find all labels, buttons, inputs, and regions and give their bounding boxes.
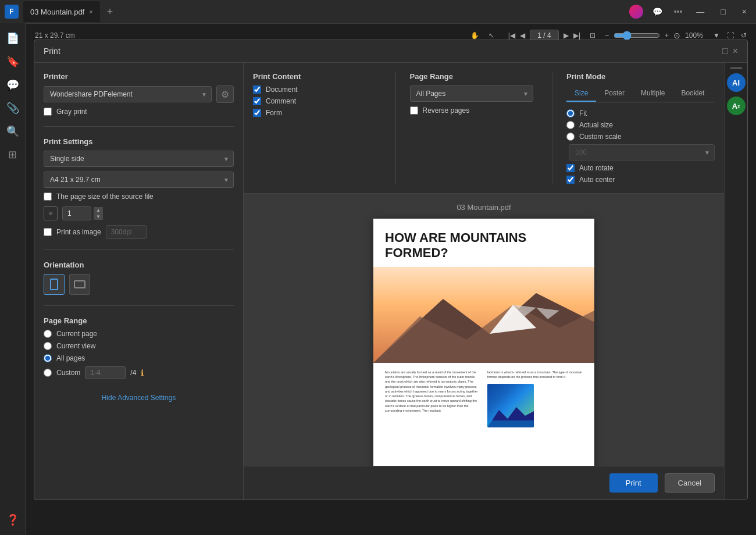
print-as-image-row: Print as image (44, 225, 234, 239)
landscape-button[interactable] (69, 274, 90, 295)
sidebar-icon-document[interactable]: 📄 (2, 28, 23, 49)
app-body: 📄 🔖 💬 📎 🔍 ⊞ ❓ Print □ × (0, 23, 756, 535)
actual-size-radio[interactable] (566, 121, 575, 129)
reverse-pages-checkbox[interactable] (410, 106, 418, 115)
custom-scale-row[interactable]: Custom scale (566, 133, 715, 141)
fit-page-icon[interactable]: ⊡ (590, 31, 595, 40)
print-as-image-checkbox[interactable] (44, 228, 52, 236)
sidebar-icon-bookmarks[interactable]: 🔖 (2, 51, 23, 72)
custom-range-input[interactable] (85, 366, 126, 379)
scale-dropdown-wrap: 100 ▼ (569, 144, 715, 160)
current-view-radio[interactable] (44, 342, 52, 350)
prev-page-nav-icon[interactable]: ◀ (520, 31, 525, 40)
user-avatar[interactable] (629, 5, 643, 19)
custom-range-radio[interactable] (44, 369, 52, 377)
tab-multiple[interactable]: Multiple (633, 85, 673, 102)
fit-radio[interactable] (566, 109, 575, 117)
zoom-dropdown-icon[interactable]: ▼ (713, 31, 720, 40)
gray-print-label: Gray print (56, 108, 87, 116)
first-page-nav-icon[interactable]: |◀ (508, 31, 515, 40)
all-pages-row[interactable]: All pages (44, 354, 234, 362)
last-page-nav-icon[interactable]: ▶| (573, 31, 580, 40)
hand-tool-icon[interactable]: ✋ (470, 31, 479, 40)
zoom-out-icon[interactable]: − (605, 31, 609, 40)
paper-size-dropdown[interactable]: A4 21 x 29.7 cm A3 Letter (44, 172, 234, 188)
hide-advanced-button[interactable]: Hide Advanced Settings (102, 394, 176, 402)
printer-settings-button[interactable]: ⚙ (216, 85, 234, 103)
app-logo: F (5, 5, 19, 19)
select-tool-icon[interactable]: ↖ (488, 31, 494, 40)
print-dialog: Print □ × Printer Wonde (34, 40, 748, 500)
orientation-buttons (44, 274, 234, 295)
ai-assistant-icon[interactable]: AI (727, 73, 746, 92)
tab-poster[interactable]: Poster (596, 85, 633, 102)
new-tab-button[interactable]: + (107, 6, 113, 18)
fit-row[interactable]: Fit (566, 109, 715, 117)
print-button[interactable]: Print (609, 473, 658, 493)
auto-center-checkbox[interactable] (566, 176, 575, 184)
zoom-fit-icon[interactable]: ⊙ (673, 31, 680, 40)
form-label: Form (266, 109, 282, 117)
current-view-row[interactable]: Current view (44, 342, 234, 350)
next-page-nav-icon[interactable]: ▶ (564, 31, 569, 40)
actual-size-row[interactable]: Actual size (566, 121, 715, 129)
sidebar-icon-attachments[interactable]: 📎 (2, 98, 23, 119)
document-checkbox[interactable] (253, 85, 261, 94)
form-checkbox[interactable] (253, 109, 261, 117)
comment-checkbox[interactable] (253, 97, 261, 105)
page-size-text: 21 x 29.7 cm (35, 31, 75, 40)
chat-icon[interactable]: 💬 (650, 5, 665, 19)
all-pages-radio[interactable] (44, 354, 52, 362)
window-close-button[interactable]: × (737, 5, 751, 19)
reverse-pages-row: Reverse pages (410, 106, 534, 115)
settings-panel: Printer Wondershare PDFelement ▼ ⚙ (34, 63, 244, 500)
copies-increment-button[interactable]: ▲ (94, 207, 103, 213)
cancel-button[interactable]: Cancel (665, 473, 715, 493)
page-size-source-row: The page size of the source file (44, 192, 234, 201)
az-icon[interactable]: Az (727, 97, 746, 115)
sidebar-icon-comments[interactable]: 💬 (2, 74, 23, 95)
tab-booklet[interactable]: Booklet (673, 85, 712, 102)
page-size-source-checkbox[interactable] (44, 192, 52, 201)
copies-input[interactable] (62, 206, 91, 220)
landscape-icon (74, 280, 85, 289)
tab-close-icon[interactable]: × (89, 8, 92, 15)
copies-spinner: ▲ ▼ (62, 206, 103, 220)
side-dropdown-wrap: Single side Both sides (long edge) Both … (44, 151, 234, 167)
portrait-button[interactable] (44, 274, 65, 295)
copies-spinner-buttons: ▲ ▼ (94, 207, 103, 220)
zoom-in-icon[interactable]: + (665, 31, 669, 40)
comment-row: Comment (253, 97, 377, 105)
titlebar-actions: 💬 ••• — □ × (629, 5, 751, 19)
auto-rotate-checkbox[interactable] (566, 164, 575, 172)
current-page-radio[interactable] (44, 330, 52, 338)
sidebar-icon-help[interactable]: ❓ (2, 509, 23, 530)
zoom-slider[interactable] (614, 31, 660, 40)
range-info-icon: ℹ (141, 368, 144, 377)
tab-size[interactable]: Size (566, 85, 596, 102)
dialog-close-button[interactable]: × (733, 46, 738, 56)
print-content-label: Print Content (253, 72, 377, 81)
printer-dropdown[interactable]: Wondershare PDFelement (44, 86, 212, 102)
fullscreen-icon[interactable]: ⛶ (727, 31, 734, 40)
side-dropdown[interactable]: Single side Both sides (long edge) Both … (44, 151, 234, 167)
lake-mountain-svg (487, 404, 534, 427)
doc-text-left: Mountains are usually formed as a result… (385, 370, 480, 428)
custom-scale-radio[interactable] (566, 133, 575, 141)
current-page-row[interactable]: Current page (44, 330, 234, 338)
more-options-icon[interactable]: ••• (672, 5, 685, 19)
dialog-maximize-button[interactable]: □ (722, 46, 728, 56)
active-tab[interactable]: 03 Mountain.pdf × (23, 1, 100, 22)
page-range-dropdown[interactable]: All Pages Current Page Custom (410, 85, 534, 102)
left-sidebar: 📄 🔖 💬 📎 🔍 ⊞ ❓ (0, 23, 26, 535)
copies-decrement-button[interactable]: ▼ (94, 213, 103, 220)
scroll-mode-icon[interactable]: ↺ (741, 31, 747, 40)
gray-print-checkbox[interactable] (44, 108, 52, 116)
print-as-image-label: Print as image (56, 228, 101, 236)
custom-range-row[interactable]: Custom /4 ℹ (44, 366, 234, 379)
sidebar-icon-search[interactable]: 🔍 (2, 121, 23, 142)
maximize-button[interactable]: □ (716, 5, 730, 19)
page-size-source-label: The page size of the source file (56, 192, 154, 201)
minimize-button[interactable]: — (691, 5, 709, 19)
sidebar-icon-layers[interactable]: ⊞ (2, 144, 23, 165)
